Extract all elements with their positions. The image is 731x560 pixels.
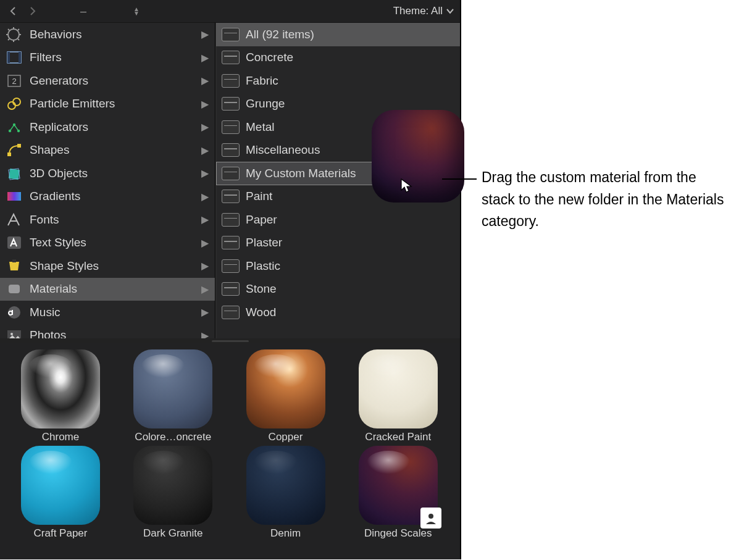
svg-rect-21 <box>7 330 21 338</box>
folder-item-paint[interactable]: Paint <box>216 185 460 209</box>
theme-dropdown[interactable]: Theme: All <box>393 5 454 17</box>
chevron-right-icon: ▶ <box>201 28 209 40</box>
category-item-particle-emitters[interactable]: Particle Emitters▶ <box>0 93 215 116</box>
category-label: Text Styles <box>30 236 86 249</box>
material-cell-denim[interactable]: Denim <box>230 446 341 540</box>
folder-label: Grunge <box>246 97 285 111</box>
folder-item-my-custom-materials[interactable]: My Custom Materials <box>216 162 460 185</box>
chevron-down-icon <box>446 8 454 14</box>
material-cell-colore-oncrete[interactable]: Colore…oncrete <box>117 349 228 443</box>
svg-rect-18 <box>8 284 20 294</box>
folder-item-miscellaneous[interactable]: Miscellaneous <box>216 139 460 162</box>
folder-item-wood[interactable]: Wood <box>216 301 460 324</box>
material-thumbnail <box>21 446 100 525</box>
browser-columns: Behaviors▶Filters▶2Generators▶Particle E… <box>0 23 460 338</box>
category-item-3d-objects[interactable]: 3D Objects▶ <box>0 162 215 185</box>
category-item-behaviors[interactable]: Behaviors▶ <box>0 23 215 46</box>
folder-icon <box>222 213 240 227</box>
chevron-right-icon: ▶ <box>201 75 209 86</box>
category-item-text-styles[interactable]: Text Styles▶ <box>0 232 215 255</box>
category-item-gradients[interactable]: Gradients▶ <box>0 185 215 209</box>
category-label: Photos <box>30 328 66 338</box>
category-label: Shapes <box>30 143 69 157</box>
folder-label: Miscellaneous <box>246 143 320 157</box>
category-icon <box>5 119 23 135</box>
material-thumbnail <box>133 349 212 428</box>
thumbnail-grid: ChromeColore…oncreteCopperCracked PaintC… <box>5 349 455 540</box>
category-label: Gradients <box>30 190 80 203</box>
material-cell-chrome[interactable]: Chrome <box>5 349 116 443</box>
chevron-right-icon: ▶ <box>201 306 209 318</box>
folder-item-stone[interactable]: Stone <box>216 278 460 301</box>
folder-item-fabric[interactable]: Fabric <box>216 69 460 93</box>
folder-item-plastic[interactable]: Plastic <box>216 254 460 278</box>
category-item-shape-styles[interactable]: Shape Styles▶ <box>0 254 215 278</box>
folder-item-plaster[interactable]: Plaster <box>216 232 460 255</box>
folder-icon <box>222 28 240 41</box>
path-minus[interactable]: – <box>77 4 90 18</box>
material-thumbnail <box>359 446 438 525</box>
chevron-right-icon: ▶ <box>201 98 209 110</box>
folder-item-all-92-items-[interactable]: All (92 items) <box>216 23 460 46</box>
folder-item-grunge[interactable]: Grunge <box>216 93 460 116</box>
category-icon <box>5 49 23 65</box>
category-column[interactable]: Behaviors▶Filters▶2Generators▶Particle E… <box>0 23 215 338</box>
category-item-music[interactable]: Music▶ <box>0 301 215 324</box>
folder-label: Plastic <box>246 259 280 273</box>
category-item-replicators[interactable]: Replicators▶ <box>0 115 215 139</box>
category-item-materials[interactable]: Materials▶ <box>0 278 215 301</box>
svg-rect-15 <box>7 192 21 201</box>
svg-rect-13 <box>9 168 20 180</box>
category-item-filters[interactable]: Filters▶ <box>0 46 215 70</box>
chevron-right-icon: ▶ <box>201 214 209 225</box>
folder-icon <box>222 167 240 180</box>
material-cell-copper[interactable]: Copper <box>230 349 341 443</box>
material-label: Cracked Paint <box>343 431 454 443</box>
material-label: Dinged Scales <box>343 527 454 540</box>
svg-point-22 <box>10 333 13 335</box>
material-thumbnail <box>133 446 212 525</box>
category-item-generators[interactable]: 2Generators▶ <box>0 69 215 93</box>
category-icon <box>5 304 23 320</box>
category-label: Music <box>30 306 61 319</box>
category-icon <box>5 327 23 338</box>
category-label: Materials <box>30 282 77 296</box>
material-label: Copper <box>230 431 341 443</box>
material-cell-craft-paper[interactable]: Craft Paper <box>5 446 116 540</box>
folder-icon <box>222 120 240 134</box>
folder-item-concrete[interactable]: Concrete <box>216 46 460 70</box>
folder-icon <box>222 259 240 273</box>
folder-column[interactable]: All (92 items)ConcreteFabricGrungeMetalM… <box>215 23 460 338</box>
material-cell-dinged-scales[interactable]: Dinged Scales <box>343 446 454 540</box>
folder-label: Concrete <box>246 51 293 64</box>
category-label: Generators <box>30 74 88 88</box>
folder-label: Metal <box>246 120 274 134</box>
material-thumbnail <box>246 349 325 428</box>
folder-label: Plaster <box>246 236 282 249</box>
chevron-right-icon: ▶ <box>201 52 209 64</box>
theme-label: Theme: All <box>393 5 443 17</box>
category-item-fonts[interactable]: Fonts▶ <box>0 208 215 232</box>
category-icon <box>5 27 23 43</box>
svg-point-23 <box>428 514 433 519</box>
chevron-right-icon: ▶ <box>201 237 209 249</box>
svg-text:2: 2 <box>12 77 16 86</box>
material-thumbnail <box>246 446 325 525</box>
thumbnail-grid-area[interactable]: ChromeColore…oncreteCopperCracked PaintC… <box>0 343 460 559</box>
forward-button[interactable] <box>26 4 40 18</box>
back-button[interactable] <box>6 4 20 18</box>
library-panel: – ▲▼ Theme: All Behaviors▶Filters▶2Gener… <box>0 0 461 559</box>
category-item-shapes[interactable]: Shapes▶ <box>0 139 215 162</box>
split-handle[interactable] <box>0 338 460 343</box>
material-cell-dark-granite[interactable]: Dark Granite <box>117 446 228 540</box>
material-cell-cracked-paint[interactable]: Cracked Paint <box>343 349 454 443</box>
folder-item-metal[interactable]: Metal <box>216 115 460 139</box>
svg-rect-2 <box>7 52 10 63</box>
category-icon <box>5 258 23 274</box>
svg-rect-3 <box>19 52 21 63</box>
svg-rect-16 <box>7 236 21 249</box>
category-item-photos[interactable]: Photos▶ <box>0 324 215 339</box>
category-icon: 2 <box>5 73 23 89</box>
folder-item-paper[interactable]: Paper <box>216 208 460 232</box>
path-stepper[interactable]: ▲▼ <box>133 7 140 15</box>
